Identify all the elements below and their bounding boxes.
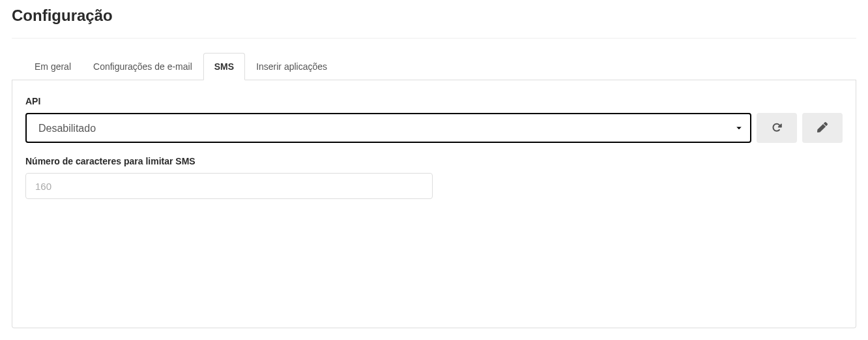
tabs-container: Em geral Configurações de e-mail SMS Ins… — [12, 53, 856, 80]
api-form-group: API Desabilitado — [25, 96, 843, 143]
api-row: Desabilitado — [25, 113, 843, 143]
edit-button[interactable] — [802, 113, 843, 143]
api-select[interactable]: Desabilitado — [25, 113, 751, 143]
tab-sms[interactable]: SMS — [203, 53, 245, 80]
sms-limit-input[interactable] — [25, 173, 433, 199]
pencil-icon — [817, 122, 828, 134]
sms-limit-label: Número de caracteres para limitar SMS — [25, 156, 843, 166]
tab-panel-sms: API Desabilitado Número de caracteres pa… — [12, 80, 856, 328]
refresh-icon — [772, 122, 782, 134]
api-label: API — [25, 96, 843, 106]
tab-general[interactable]: Em geral — [23, 53, 82, 80]
tab-email-settings[interactable]: Configurações de e-mail — [82, 53, 203, 80]
page-title: Configuração — [12, 7, 856, 39]
sms-limit-form-group: Número de caracteres para limitar SMS — [25, 156, 843, 199]
tab-insert-apps[interactable]: Inserir aplicações — [245, 53, 338, 80]
refresh-button[interactable] — [757, 113, 797, 143]
